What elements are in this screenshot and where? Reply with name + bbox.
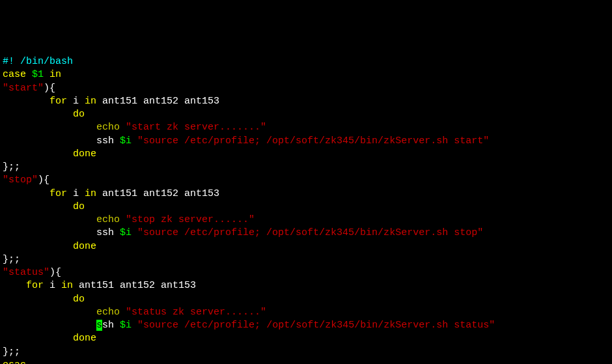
keyword-in: in [49, 69, 61, 80]
brace: };; [3, 346, 20, 357]
space [120, 214, 126, 225]
code-line: #! /bin/bash [3, 55, 609, 68]
keyword-for: for [26, 280, 44, 291]
indent [3, 109, 73, 120]
code-line: "start"){ [3, 82, 609, 95]
space [120, 122, 126, 133]
code-editor[interactable]: #! /bin/bashcase $1 in"start"){ for i in… [3, 55, 609, 364]
code-line: ssh $i "source /etc/profile; /opt/soft/z… [3, 135, 609, 148]
keyword-case: case [3, 69, 26, 80]
keyword-do: do [73, 294, 85, 305]
text: ant151 ant152 ant153 [96, 96, 219, 107]
brace: ){ [38, 175, 49, 186]
code-line: done [3, 240, 609, 253]
text: i [67, 96, 85, 107]
keyword-for: for [49, 188, 67, 199]
string: "stop zk server......" [126, 214, 255, 225]
string: "start zk server......." [126, 122, 266, 133]
variable: $i [120, 135, 132, 147]
code-line: };; [3, 161, 609, 174]
keyword-in: in [85, 96, 96, 107]
keyword-do: do [73, 109, 85, 120]
string: "source /etc/profile; /opt/soft/zk345/bi… [137, 320, 495, 331]
indent [3, 201, 73, 212]
keyword-for: for [49, 96, 67, 107]
space [120, 307, 126, 318]
text: i [67, 188, 85, 199]
code-line: "status"){ [3, 266, 609, 279]
indent [3, 96, 49, 107]
keyword-in: in [85, 188, 96, 199]
builtin-echo: echo [96, 122, 120, 133]
text: ssh [3, 135, 120, 147]
indent [3, 241, 73, 252]
indent [3, 148, 73, 160]
keyword-done: done [73, 241, 96, 252]
keyword-do: do [73, 201, 85, 212]
code-line: esac [3, 359, 609, 364]
indent [3, 122, 96, 133]
code-line: done [3, 148, 609, 161]
code-line: };; [3, 253, 609, 266]
code-line: for i in ant151 ant152 ant153 [3, 279, 609, 292]
string: "status" [3, 267, 49, 278]
code-line: do [3, 293, 609, 306]
keyword-done: done [73, 148, 96, 160]
builtin-echo: echo [96, 307, 120, 318]
indent [3, 333, 73, 344]
indent [3, 188, 49, 199]
builtin-echo: echo [96, 214, 120, 225]
text: ant151 ant152 ant153 [73, 280, 196, 291]
text: ssh [3, 227, 120, 238]
indent [3, 320, 96, 331]
keyword-esac: esac [3, 359, 26, 364]
code-line: echo "stop zk server......" [3, 214, 609, 227]
variable: $i [120, 227, 132, 238]
brace: };; [3, 254, 20, 265]
cursor: s [96, 320, 102, 331]
code-line: for i in ant151 ant152 ant153 [3, 188, 609, 201]
space [132, 227, 137, 238]
brace: ){ [49, 267, 61, 278]
code-line: case $1 in [3, 68, 609, 81]
indent [3, 307, 96, 318]
code-line: do [3, 201, 609, 214]
code-line: for i in ant151 ant152 ant153 [3, 95, 609, 108]
string: "source /etc/profile; /opt/soft/zk345/bi… [137, 227, 483, 238]
brace: ){ [44, 83, 55, 94]
text: i [44, 280, 61, 291]
string: "status zk server......" [126, 307, 266, 318]
code-line: "stop"){ [3, 174, 609, 187]
code-line: echo "status zk server......" [3, 306, 609, 319]
code-line: ssh $i "source /etc/profile; /opt/soft/z… [3, 319, 609, 332]
indent [3, 280, 26, 291]
code-line: done [3, 332, 609, 345]
code-line: ssh $i "source /etc/profile; /opt/soft/z… [3, 227, 609, 240]
variable: $1 [26, 69, 49, 80]
brace: };; [3, 161, 20, 173]
variable: $i [120, 320, 132, 331]
string: "start" [3, 83, 44, 94]
space [132, 320, 137, 331]
keyword-done: done [73, 333, 96, 344]
text: ant151 ant152 ant153 [96, 188, 219, 199]
code-line: };; [3, 346, 609, 359]
code-line: do [3, 108, 609, 121]
string: "stop" [3, 175, 38, 186]
indent [3, 294, 73, 305]
string: "source /etc/profile; /opt/soft/zk345/bi… [137, 135, 489, 147]
code-line: echo "start zk server......." [3, 121, 609, 134]
indent [3, 214, 96, 225]
space [132, 135, 137, 147]
text: sh [102, 320, 120, 331]
keyword-in: in [61, 280, 73, 291]
shebang: #! /bin/bash [3, 56, 73, 67]
